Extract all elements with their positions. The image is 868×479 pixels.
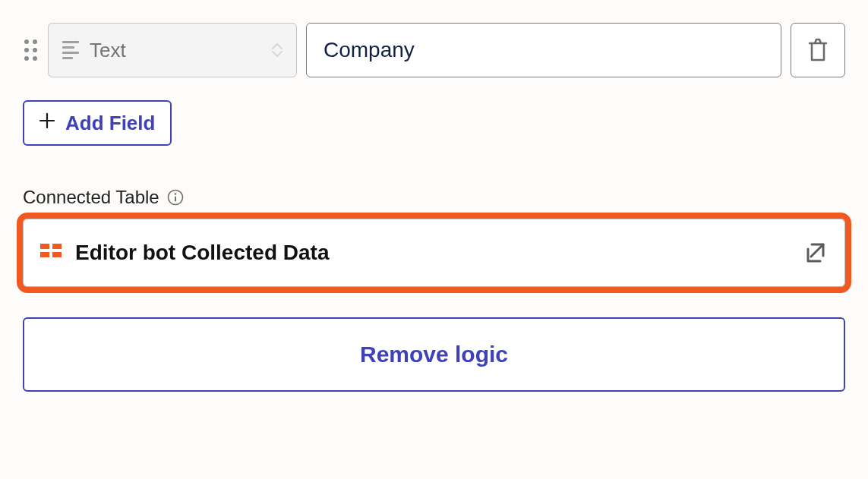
svg-rect-5	[40, 252, 49, 257]
trash-icon	[806, 38, 829, 62]
svg-rect-4	[52, 244, 62, 249]
delete-field-button[interactable]	[791, 23, 845, 77]
open-external-icon	[803, 240, 828, 266]
svg-rect-6	[52, 252, 62, 257]
plus-icon	[39, 113, 55, 133]
svg-rect-3	[40, 244, 49, 249]
svg-point-1	[174, 193, 176, 195]
connected-table-header: Connected Table	[23, 187, 845, 208]
svg-rect-2	[175, 197, 176, 202]
text-type-icon	[62, 41, 79, 59]
field-name-input[interactable]	[306, 23, 781, 77]
field-row: Text	[23, 23, 845, 77]
drag-handle-icon[interactable]	[23, 38, 39, 62]
chevron-up-down-icon	[272, 43, 282, 57]
connected-table-name: Editor bot Collected Data	[75, 241, 790, 265]
field-type-label: Text	[90, 39, 261, 62]
info-icon[interactable]	[167, 189, 184, 206]
add-field-label: Add Field	[65, 112, 155, 135]
field-type-select[interactable]: Text	[48, 23, 297, 77]
remove-logic-button[interactable]: Remove logic	[23, 317, 845, 392]
connected-table-label: Connected Table	[23, 187, 159, 208]
table-icon	[40, 242, 62, 263]
connected-table-button[interactable]: Editor bot Collected Data	[23, 219, 845, 287]
add-field-button[interactable]: Add Field	[23, 100, 172, 146]
remove-logic-label: Remove logic	[360, 342, 508, 367]
